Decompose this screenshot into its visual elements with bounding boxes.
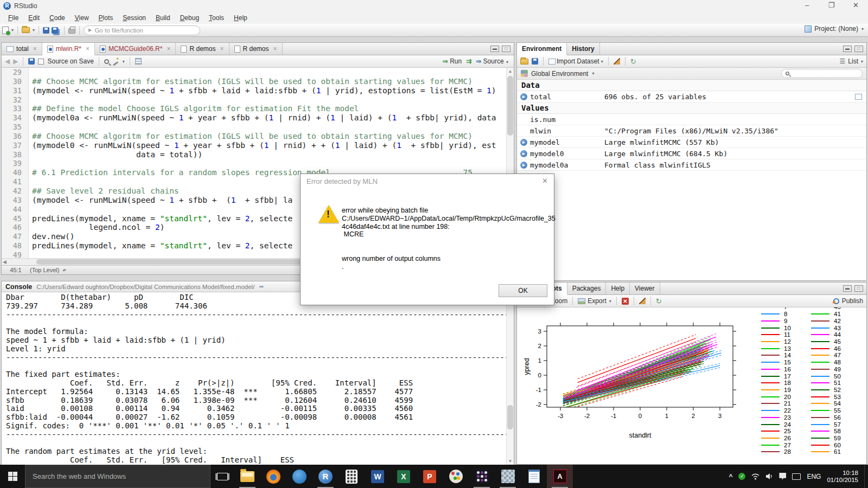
tray-expand-icon[interactable]: ^: [729, 473, 732, 480]
view-data-icon[interactable]: [855, 94, 862, 100]
export-plot-button[interactable]: Export ▾: [578, 297, 611, 305]
clock[interactable]: 10:18 01/10/2015: [827, 470, 858, 484]
tab-close-icon[interactable]: ×: [273, 45, 277, 53]
tab-packages[interactable]: Packages: [567, 282, 607, 294]
project-menu[interactable]: Project: (None) ▾: [805, 25, 864, 33]
taskbar-search-input[interactable]: Search the web and Windows: [25, 465, 210, 488]
language-indicator[interactable]: ENG: [807, 473, 821, 480]
save-all-icon[interactable]: [52, 27, 58, 34]
menu-build[interactable]: Build: [151, 13, 175, 23]
tab-close-icon[interactable]: ×: [220, 45, 224, 53]
menu-tools[interactable]: Tools: [204, 13, 229, 23]
minimize-pane-icon[interactable]: ▬: [490, 46, 499, 52]
new-file-icon[interactable]: [2, 27, 9, 34]
environment-row[interactable]: is.num: [517, 114, 866, 125]
tab-r-demos[interactable]: R demos×: [176, 43, 229, 55]
tab-mcmcguide06-r-[interactable]: MCMCGuide06.R*×: [95, 43, 176, 55]
maximize-pane-icon[interactable]: □: [854, 285, 863, 292]
scope-dropdown-icon[interactable]: ▾: [592, 71, 594, 76]
menu-file[interactable]: File: [3, 13, 23, 23]
compile-notebook-icon[interactable]: [135, 58, 142, 65]
code-tools-icon[interactable]: [112, 58, 119, 65]
save-icon[interactable]: [43, 27, 49, 34]
console-output[interactable]: Dbar D(thetabar) pD DIC 739.297 734.289 …: [2, 292, 506, 465]
minimize-pane-icon[interactable]: ▬: [843, 46, 852, 52]
dialog-close-icon[interactable]: ✕: [542, 177, 548, 185]
taskbar-app-r[interactable]: R: [312, 465, 339, 488]
source-button[interactable]: ⇒ Source ▾: [476, 57, 508, 65]
taskbar-app-mosaic-app[interactable]: [495, 465, 521, 488]
tab-close-icon[interactable]: ×: [33, 45, 37, 53]
tab-r-demos[interactable]: R demos×: [229, 43, 283, 55]
maximize-pane-icon[interactable]: □: [854, 46, 863, 52]
scroll-up-icon[interactable]: ▲: [507, 68, 514, 75]
run-button[interactable]: ⇒ Run: [443, 57, 462, 65]
show-desktop-button[interactable]: [864, 465, 865, 488]
volume-icon[interactable]: [765, 473, 773, 480]
tab-help[interactable]: Help: [606, 282, 630, 294]
hscroll-thumb[interactable]: [36, 259, 332, 265]
save-workspace-icon[interactable]: [532, 58, 538, 65]
environment-row[interactable]: ▶mymodel0aFormal class mlwinfitIGLS: [517, 159, 866, 171]
print-icon[interactable]: [68, 28, 75, 34]
security-icon[interactable]: ✓: [738, 473, 745, 480]
task-view-button[interactable]: [210, 465, 234, 488]
load-workspace-icon[interactable]: [520, 59, 528, 65]
menu-session[interactable]: Session: [118, 13, 151, 23]
refresh-icon[interactable]: ↻: [630, 57, 636, 66]
scope-selector[interactable]: Global Environment: [531, 70, 588, 78]
tab-environment[interactable]: Environment: [517, 43, 567, 55]
taskbar-app-file-explorer[interactable]: [234, 465, 260, 488]
wifi-icon[interactable]: [751, 473, 760, 480]
jump-to-directory-icon[interactable]: ➦: [259, 283, 264, 290]
taskbar-app-powerpoint[interactable]: P: [417, 465, 443, 488]
menu-code[interactable]: Code: [44, 13, 70, 23]
expand-object-icon[interactable]: ▶: [520, 93, 527, 100]
tab-close-icon[interactable]: ×: [167, 45, 170, 53]
notification-icon[interactable]: [779, 473, 786, 480]
tab-mlwin-r-[interactable]: mlwin.R*×: [42, 43, 95, 55]
import-dataset-button[interactable]: Import Dataset ▾: [548, 57, 603, 65]
console-vertical-scrollbar[interactable]: ▲ ▼: [506, 292, 514, 465]
environment-search-input[interactable]: [781, 69, 863, 78]
menu-help[interactable]: Help: [229, 13, 252, 23]
start-button[interactable]: [0, 465, 25, 488]
taskbar-app-mlwin-dots-app[interactable]: [469, 465, 495, 488]
environment-row[interactable]: ▶mymodelLarge mlwinfitMCMC (557 Kb): [517, 137, 866, 148]
environment-row[interactable]: mlwin"C:/Program Files (x86)/MLwiN v2.35…: [517, 125, 866, 137]
tab-history[interactable]: History: [567, 43, 599, 55]
console-title[interactable]: Console: [5, 283, 32, 291]
list-view-button[interactable]: ☰ List ▾: [840, 57, 863, 65]
close-button[interactable]: ✕: [844, 0, 868, 12]
taskbar-app-acrobat[interactable]: A: [547, 465, 573, 488]
remove-plot-icon[interactable]: ✕: [622, 298, 629, 305]
menu-debug[interactable]: Debug: [175, 13, 204, 23]
taskbar-app-thunderbird[interactable]: [286, 465, 312, 488]
expand-object-icon[interactable]: ▶: [520, 139, 527, 146]
refresh-plot-icon[interactable]: ↻: [656, 297, 662, 305]
minimize-button[interactable]: –: [795, 0, 819, 12]
taskbar-app-notepad[interactable]: [521, 465, 547, 488]
find-icon[interactable]: [104, 59, 109, 64]
scroll-thumb[interactable]: [507, 76, 513, 136]
rerun-icon[interactable]: ⇉: [466, 57, 471, 65]
tab-viewer[interactable]: Viewer: [630, 282, 660, 294]
tab-close-icon[interactable]: ×: [86, 45, 90, 53]
environment-row[interactable]: ▶mymodel0Large mlwinfitMCMC (684.5 Kb): [517, 148, 866, 159]
menu-edit[interactable]: Edit: [23, 13, 44, 23]
goto-file-search[interactable]: ➤ Go to file/function: [84, 25, 200, 35]
environment-row[interactable]: ▶total696 obs. of 25 variables: [517, 91, 866, 102]
clear-workspace-icon[interactable]: [614, 58, 620, 65]
clear-plots-icon[interactable]: [639, 298, 646, 304]
open-recent-dropdown-icon[interactable]: ▾: [33, 28, 35, 33]
keyboard-icon[interactable]: [792, 473, 801, 480]
taskbar-app-keypad-app[interactable]: [339, 465, 365, 488]
publish-button[interactable]: Publish: [833, 297, 863, 305]
taskbar-app-word[interactable]: W: [365, 465, 391, 488]
expand-object-icon[interactable]: ▶: [520, 150, 527, 157]
open-file-icon[interactable]: [22, 27, 30, 33]
new-file-dropdown-icon[interactable]: ▾: [11, 28, 14, 33]
forward-icon[interactable]: ▶: [13, 57, 18, 65]
restore-button[interactable]: ❐: [819, 0, 844, 12]
back-icon[interactable]: ◀: [5, 57, 10, 65]
